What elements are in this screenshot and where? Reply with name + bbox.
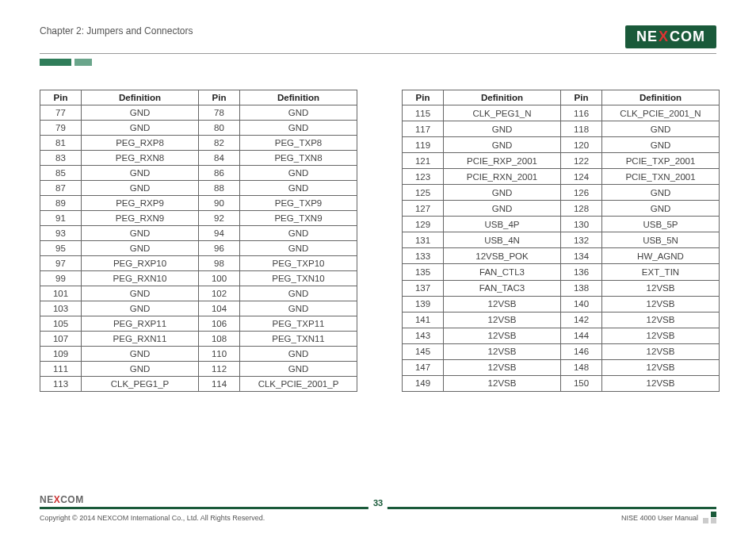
cell: 126 <box>561 185 602 201</box>
cell: PEG_TXP10 <box>240 256 357 271</box>
table-row: 107PEG_RXN11108PEG_TXN11 <box>40 332 357 347</box>
table-row: 135FAN_CTL3136EXT_TIN <box>403 264 720 280</box>
cell: 91 <box>40 211 82 226</box>
cell: PEG_TXP8 <box>240 136 357 151</box>
table-row: 93GND94GND <box>40 226 357 241</box>
cell: GND <box>602 121 720 137</box>
cell: 84 <box>199 151 240 166</box>
cell: 87 <box>40 181 82 196</box>
cell: 139 <box>403 296 444 312</box>
table-row: 79GND80GND <box>40 121 357 136</box>
table-row: 117GND118GND <box>403 121 720 137</box>
cell: PEG_RXN11 <box>82 332 199 347</box>
cell: PEG_RXP10 <box>82 256 199 271</box>
page-number: 33 <box>368 497 388 509</box>
cell: 120 <box>561 137 602 153</box>
cell: 143 <box>403 328 444 343</box>
cell: 142 <box>561 312 602 328</box>
cell: 101 <box>40 286 82 301</box>
cell: 150 <box>561 375 602 391</box>
cell: 113 <box>40 377 82 392</box>
cell: 86 <box>199 166 240 181</box>
cell: 78 <box>199 105 240 121</box>
cell: 93 <box>40 226 82 241</box>
copyright-text: Copyright © 2014 NEXCOM International Co… <box>40 514 265 522</box>
cell: 140 <box>561 296 602 312</box>
cell: GND <box>82 181 199 196</box>
cell: GND <box>240 105 357 121</box>
cell: 118 <box>561 121 602 137</box>
logo-part: NE <box>40 494 54 505</box>
page-footer: NEXCOM Copyright © 2014 NEXCOM Internati… <box>40 494 716 523</box>
cell: 133 <box>403 248 444 264</box>
cell: 137 <box>403 280 444 296</box>
cell: 114 <box>199 377 240 392</box>
table-row: 91PEG_RXN992PEG_TXN9 <box>40 211 357 226</box>
table-row: 119GND120GND <box>403 137 720 153</box>
pin-table-left: PinDefinitionPinDefinition 77GND78GND79G… <box>40 90 357 392</box>
col-header: Pin <box>561 90 602 105</box>
cell: 82 <box>199 136 240 151</box>
manual-name: NISE 4000 User Manual <box>621 514 698 522</box>
cell: GND <box>240 362 357 377</box>
accent-bars <box>40 59 716 66</box>
cell: GND <box>82 286 199 301</box>
cell: EXT_TIN <box>602 264 720 280</box>
cell: USB_4P <box>444 217 561 232</box>
table-row: 125GND126GND <box>403 185 720 201</box>
cell: GND <box>444 201 561 217</box>
table-body: 77GND78GND79GND80GND81PEG_RXP882PEG_TXP8… <box>40 105 357 392</box>
cell: 147 <box>403 359 444 375</box>
cell: 12VSB <box>444 296 561 312</box>
cell: 146 <box>561 343 602 359</box>
cell: GND <box>240 286 357 301</box>
cell: GND <box>82 166 199 181</box>
cell: PEG_TXN9 <box>240 211 357 226</box>
cell: 144 <box>561 328 602 343</box>
cell: 129 <box>403 217 444 232</box>
cell: 95 <box>40 241 82 256</box>
footer-decor-icon <box>701 512 716 523</box>
table-body: 115CLK_PEG1_N116CLK_PCIE_2001_N117GND118… <box>403 105 720 392</box>
cell: 111 <box>40 362 82 377</box>
col-header: Pin <box>403 90 444 105</box>
table-row: 83PEG_RXN884PEG_TXN8 <box>40 151 357 166</box>
cell: USB_5P <box>602 217 720 232</box>
cell: 132 <box>561 232 602 248</box>
table-row: 131USB_4N132USB_5N <box>403 232 720 248</box>
cell: 12VSB <box>602 296 720 312</box>
cell: 100 <box>199 271 240 286</box>
table-row: 113CLK_PEG1_P114CLK_PCIE_2001_P <box>40 377 357 392</box>
cell: 12VSB <box>444 343 561 359</box>
table-row: 99PEG_RXN10100PEG_TXN10 <box>40 271 357 286</box>
cell: 89 <box>40 196 82 211</box>
cell: 12VSB <box>602 312 720 328</box>
cell: 12VSB <box>602 359 720 375</box>
cell: 98 <box>199 256 240 271</box>
cell: GND <box>82 241 199 256</box>
cell: USB_5N <box>602 232 720 248</box>
cell: 12VSB <box>602 328 720 343</box>
cell: 122 <box>561 153 602 169</box>
cell: 92 <box>199 211 240 226</box>
cell: 12VSB <box>444 375 561 391</box>
table-row: 14312VSB14412VSB <box>403 328 720 343</box>
table-row: 137FAN_TAC313812VSB <box>403 280 720 296</box>
cell: GND <box>82 105 199 121</box>
cell: GND <box>82 347 199 362</box>
table-head: PinDefinitionPinDefinition <box>403 90 720 105</box>
cell: 77 <box>40 105 82 121</box>
cell: PEG_TXN11 <box>240 332 357 347</box>
cell: 79 <box>40 121 82 136</box>
col-header: Definition <box>444 90 561 105</box>
cell: GND <box>240 347 357 362</box>
logo-part: COM <box>60 494 84 505</box>
table-row: 85GND86GND <box>40 166 357 181</box>
table-row: 109GND110GND <box>40 347 357 362</box>
cell: GND <box>240 301 357 316</box>
cell: 107 <box>40 332 82 347</box>
cell: 90 <box>199 196 240 211</box>
table-row: 97PEG_RXP1098PEG_TXP10 <box>40 256 357 271</box>
cell: 88 <box>199 181 240 196</box>
cell: 80 <box>199 121 240 136</box>
